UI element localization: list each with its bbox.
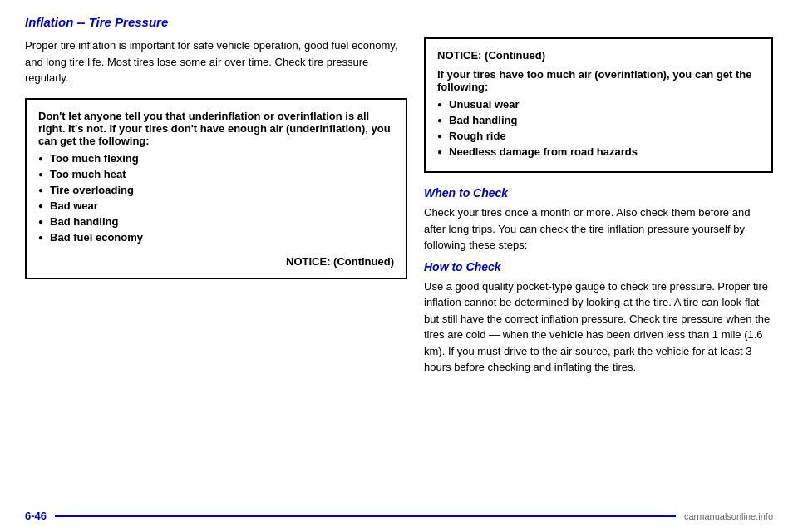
left-column: Proper tire inflation is important for s… bbox=[25, 37, 407, 382]
underinflation-list: Too much flexing Too much heat Tire over… bbox=[38, 152, 394, 244]
list-item: Bad handling bbox=[38, 215, 394, 228]
footer-logo: carmanualsonline.info bbox=[684, 511, 773, 521]
list-item: Rough ride bbox=[437, 130, 760, 142]
notice-box-left: Don't let anyone tell you that underinfl… bbox=[25, 98, 407, 279]
right-notice-title: NOTICE: (Continued) bbox=[437, 49, 760, 62]
right-notice-intro: If your tires have too much air (overinf… bbox=[437, 68, 760, 93]
notice-continued-left: NOTICE: (Continued) bbox=[38, 255, 394, 268]
notice-box-right: NOTICE: (Continued) If your tires have t… bbox=[424, 37, 773, 173]
page-number: 6-46 bbox=[25, 510, 47, 522]
left-intro-text: Proper tire inflation is important for s… bbox=[25, 37, 407, 86]
when-to-check-heading: When to Check bbox=[424, 186, 773, 200]
notice-box-left-intro: Don't let anyone tell you that underinfl… bbox=[38, 110, 394, 147]
when-to-check-body: Check your tires once a month or more. A… bbox=[424, 204, 773, 254]
list-item: Needless damage from road hazards bbox=[437, 145, 760, 158]
content-area: Proper tire inflation is important for s… bbox=[25, 37, 773, 382]
page-footer: 6-46 carmanualsonline.info bbox=[0, 510, 798, 522]
list-item: Too much flexing bbox=[38, 152, 394, 165]
page-container: Inflation -- Tire Pressure Proper tire i… bbox=[0, 0, 798, 532]
page-title: Inflation -- Tire Pressure bbox=[25, 15, 773, 29]
list-item: Bad fuel economy bbox=[38, 231, 394, 244]
list-item: Too much heat bbox=[38, 168, 394, 180]
list-item: Bad wear bbox=[38, 200, 394, 212]
how-to-check-body: Use a good quality pocket-type gauge to … bbox=[424, 278, 773, 376]
footer-line bbox=[55, 515, 676, 517]
right-column: NOTICE: (Continued) If your tires have t… bbox=[424, 37, 773, 382]
list-item: Unusual wear bbox=[437, 98, 760, 111]
overinflation-list: Unusual wear Bad handling Rough ride Nee… bbox=[437, 98, 760, 158]
list-item: Bad handling bbox=[437, 114, 760, 126]
how-to-check-heading: How to Check bbox=[424, 260, 773, 273]
list-item: Tire overloading bbox=[38, 184, 394, 196]
